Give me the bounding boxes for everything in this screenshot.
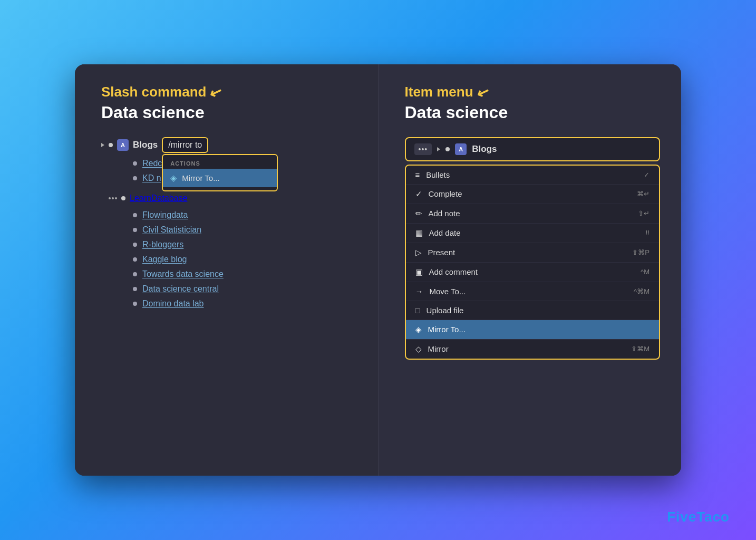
- move-to-shortcut: ^⌘M: [634, 287, 650, 295]
- flowingdata-link[interactable]: Flowingdata: [142, 210, 188, 220]
- complete-label: Complete: [429, 189, 462, 198]
- bullet-dot: [121, 196, 125, 200]
- mirror-to-label: Mirror To...: [182, 173, 219, 182]
- add-date-label: Add date: [429, 228, 461, 237]
- bullet-dot: [133, 213, 137, 217]
- branding: FiveTaco: [667, 509, 730, 525]
- move-to-label: Move To...: [430, 287, 466, 296]
- arrow-icon: ↙: [473, 82, 491, 102]
- blogs-header-row: A Blogs /mirror to ACTIONS ◈ Mirror To..…: [101, 137, 357, 153]
- present-icon: ▷: [415, 248, 422, 257]
- present-item[interactable]: ▷ Present ⇧⌘P: [406, 243, 660, 263]
- mirror-to-icon: ◈: [415, 325, 422, 334]
- blogs-icon: A: [455, 143, 467, 155]
- reddit-link[interactable]: Redc: [142, 159, 162, 168]
- mirror-to-label: Mirror To...: [428, 325, 466, 334]
- mirror-to-item[interactable]: ◈ Mirror To...: [406, 320, 660, 340]
- mirror-icon: ◈: [170, 173, 177, 183]
- bullet-dot: [109, 143, 113, 147]
- learn-database-row: LearnDatabase: [109, 191, 357, 206]
- upload-file-item[interactable]: □ Upload file: [406, 301, 660, 320]
- list-item: Towards data science: [133, 267, 357, 282]
- context-menu: ≡ Bullets ✓ ✓ Complete ⌘↵ ✏ Add note ⇧↵: [405, 165, 661, 360]
- add-comment-shortcut: ^M: [641, 268, 650, 276]
- branding-text: FiveTaco: [667, 509, 730, 525]
- towards-data-science-link[interactable]: Towards data science: [142, 269, 224, 279]
- data-science-central-link[interactable]: Data science central: [142, 284, 219, 294]
- mirror-label: Mirror: [428, 344, 449, 353]
- bullet-dot: [133, 243, 137, 247]
- blogs-label: Blogs: [472, 144, 497, 155]
- collapse-triangle[interactable]: [101, 143, 104, 147]
- mirror-icon: ◇: [415, 344, 422, 354]
- add-date-shortcut: !!: [646, 229, 650, 237]
- learn-database-link[interactable]: LearnDatabase: [130, 194, 187, 203]
- slash-dropdown: ACTIONS ◈ Mirror To...: [162, 154, 278, 191]
- blogs-icon: A: [117, 139, 129, 151]
- mirror-shortcut: ⇧⌘M: [631, 345, 650, 353]
- bullet-dot: [133, 161, 137, 166]
- right-title-subtitle: Data science: [405, 102, 661, 122]
- list-item: Flowingdata: [133, 208, 357, 223]
- move-to-icon: →: [415, 287, 423, 296]
- present-shortcut: ⇧⌘P: [632, 248, 650, 256]
- complete-icon: ✓: [415, 189, 422, 199]
- blogs-label: Blogs: [133, 140, 158, 150]
- add-note-shortcut: ⇧↵: [638, 209, 650, 217]
- civil-statistician-link[interactable]: Civil Statistician: [142, 225, 201, 235]
- complete-item[interactable]: ✓ Complete ⌘↵: [406, 185, 660, 204]
- arrow-icon: ↙: [207, 82, 224, 102]
- upload-file-icon: □: [415, 306, 420, 315]
- dots-button[interactable]: •••: [414, 143, 432, 155]
- add-date-icon: ▦: [415, 228, 423, 238]
- add-note-icon: ✏: [415, 209, 422, 218]
- add-comment-label: Add comment: [429, 267, 478, 276]
- kaggle-blog-link[interactable]: Kaggle blog: [142, 255, 187, 264]
- add-comment-item[interactable]: ▣ Add comment ^M: [406, 263, 660, 282]
- bullets-icon: ≡: [415, 170, 420, 179]
- kd-link[interactable]: KD n: [142, 173, 161, 183]
- slash-input[interactable]: /mirror to: [162, 137, 208, 153]
- right-blogs-header: ••• A Blogs: [405, 137, 661, 161]
- bullets-check: ✓: [644, 171, 650, 179]
- right-panel: Item menu ↙ Data science ••• A Blogs ≡ B…: [379, 64, 682, 476]
- bullets-label: Bullets: [426, 170, 450, 179]
- slash-command-container: /mirror to ACTIONS ◈ Mirror To...: [162, 137, 208, 153]
- bullet-dot: [133, 228, 137, 232]
- add-date-item[interactable]: ▦ Add date !!: [406, 224, 660, 243]
- add-comment-icon: ▣: [415, 267, 423, 277]
- left-panel-title: Slash command ↙ Data science: [101, 83, 357, 122]
- bullets-item[interactable]: ≡ Bullets ✓: [406, 166, 660, 185]
- mirror-to-item[interactable]: ◈ Mirror To...: [163, 169, 277, 187]
- bullet-dot: [133, 302, 137, 306]
- list-item: Data science central: [133, 282, 357, 296]
- bullet-dot: [133, 272, 137, 276]
- left-title-subtitle: Data science: [101, 102, 357, 122]
- add-note-label: Add note: [429, 209, 460, 218]
- left-panel: Slash command ↙ Data science A Blogs /mi…: [75, 64, 379, 476]
- bullet-dot: [133, 176, 137, 180]
- add-note-item[interactable]: ✏ Add note ⇧↵: [406, 204, 660, 224]
- bullet-dot: [445, 147, 450, 151]
- list-item: R-bloggers: [133, 237, 357, 252]
- right-panel-title: Item menu ↙ Data science: [405, 83, 661, 122]
- bullet-dot: [133, 257, 137, 262]
- list-item: Civil Statistician: [133, 223, 357, 237]
- present-label: Present: [428, 248, 455, 257]
- main-list-items: Flowingdata Civil Statistician R-blogger…: [133, 208, 357, 311]
- move-to-item[interactable]: → Move To... ^⌘M: [406, 282, 660, 301]
- domino-data-lab-link[interactable]: Domino data lab: [142, 299, 204, 308]
- r-bloggers-link[interactable]: R-bloggers: [142, 240, 183, 249]
- main-card: Slash command ↙ Data science A Blogs /mi…: [75, 64, 681, 476]
- upload-file-label: Upload file: [427, 306, 464, 315]
- dots-icon: [109, 197, 117, 199]
- mirror-item[interactable]: ◇ Mirror ⇧⌘M: [406, 340, 660, 359]
- list-item: Kaggle blog: [133, 252, 357, 267]
- right-title-label: Item menu ↙: [405, 83, 661, 101]
- complete-shortcut: ⌘↵: [637, 190, 650, 198]
- list-item: Domino data lab: [133, 296, 357, 311]
- left-title-label: Slash command ↙: [101, 83, 357, 101]
- collapse-triangle[interactable]: [437, 147, 440, 151]
- bullet-dot: [133, 287, 137, 291]
- actions-label: ACTIONS: [163, 158, 277, 169]
